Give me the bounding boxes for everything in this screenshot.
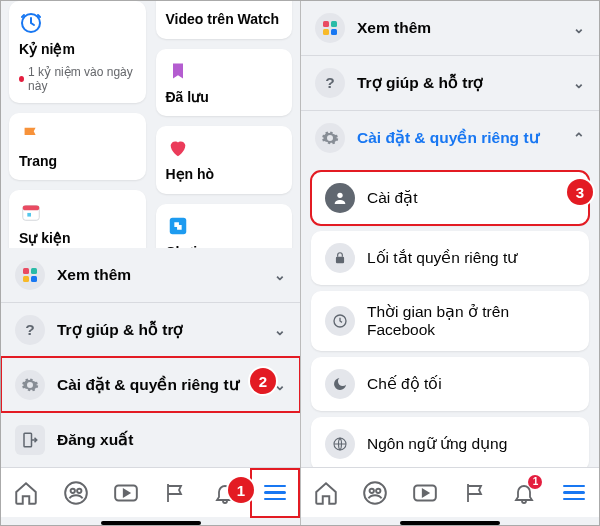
chevron-up-icon: ⌃	[573, 130, 585, 146]
row-label: Ngôn ngữ ứng dụng	[367, 435, 575, 453]
help-icon: ?	[15, 315, 45, 345]
hamburger-icon	[264, 485, 286, 501]
card-label: Video trên Watch	[166, 11, 283, 29]
notification-badge: 1	[528, 475, 542, 489]
svg-point-13	[65, 482, 87, 504]
gear-icon	[15, 370, 45, 400]
screen-left: Kỷ niệm 1 kỷ niệm vào ngày này Trang Sự …	[1, 1, 300, 526]
home-indicator	[400, 521, 500, 525]
help-icon: ?	[315, 68, 345, 98]
chevron-down-icon: ⌄	[573, 20, 585, 36]
help-row[interactable]: ? Trợ giúp & hỗ trợ ⌄	[301, 55, 599, 110]
card-label: Đã lưu	[166, 89, 283, 107]
nav-notifications[interactable]: 1	[502, 471, 546, 515]
grid4-icon	[15, 260, 45, 290]
row-label: Thời gian bạn ở trên Facebook	[367, 303, 575, 339]
clock-icon	[19, 11, 43, 35]
card-label: Hẹn hò	[166, 166, 283, 184]
svg-rect-18	[331, 21, 337, 27]
grid-col-left: Kỷ niệm 1 kỷ niệm vào ngày này Trang Sự …	[9, 5, 146, 248]
svg-point-27	[370, 488, 374, 492]
chevron-down-icon: ⌄	[274, 322, 286, 338]
dark-mode-item[interactable]: Chế độ tối	[311, 357, 589, 411]
card-label: Kỷ niệm	[19, 41, 136, 59]
svg-rect-2	[23, 206, 40, 211]
person-icon	[325, 183, 355, 213]
callout-1: 1	[228, 477, 254, 503]
card-events[interactable]: Sự kiện	[9, 190, 146, 248]
svg-rect-11	[31, 276, 37, 282]
grid4-icon	[315, 13, 345, 43]
flag-icon	[19, 123, 43, 147]
settings-privacy-row[interactable]: Cài đặt & quyền riêng tư ⌄ 2	[1, 357, 300, 412]
svg-point-21	[337, 193, 342, 198]
watch-icon	[166, 1, 190, 5]
nav-menu[interactable]	[552, 471, 596, 515]
svg-rect-22	[336, 257, 344, 263]
svg-point-14	[70, 488, 74, 492]
nav-groups[interactable]	[353, 471, 397, 515]
see-more-row[interactable]: Xem thêm ⌄	[1, 248, 300, 302]
settings-privacy-row[interactable]: Cài đặt & quyền riêng tư ⌃	[301, 110, 599, 165]
svg-point-26	[365, 482, 387, 504]
card-memories[interactable]: Kỷ niệm 1 kỷ niệm vào ngày này	[9, 1, 146, 103]
card-gaming[interactable]: Chơi game	[156, 204, 293, 249]
menu-list-right: Xem thêm ⌄ ? Trợ giúp & hỗ trợ ⌄ Cài đặt…	[301, 1, 599, 467]
row-label: Cài đặt & quyền riêng tư	[357, 129, 561, 147]
callout-3: 3	[567, 179, 593, 205]
card-label: Sự kiện	[19, 230, 136, 248]
dot-icon	[19, 76, 24, 82]
lock-icon	[325, 243, 355, 273]
language-item[interactable]: Ngôn ngữ ứng dụng	[311, 417, 589, 467]
svg-rect-8	[23, 268, 29, 274]
card-pages[interactable]: Trang	[9, 113, 146, 181]
home-indicator	[101, 521, 201, 525]
logout-row[interactable]: Đăng xuất	[1, 412, 300, 467]
heart-icon	[166, 136, 190, 160]
nav-watch[interactable]	[403, 471, 447, 515]
row-label: Xem thêm	[57, 266, 262, 284]
hamburger-icon	[563, 485, 585, 501]
row-label: Cài đặt & quyền riêng tư	[57, 376, 262, 394]
row-label: Trợ giúp & hỗ trợ	[357, 74, 561, 92]
svg-rect-17	[323, 21, 329, 27]
bookmark-icon	[166, 59, 190, 83]
nav-home[interactable]	[4, 471, 48, 515]
settings-item[interactable]: Cài đặt 3	[311, 171, 589, 225]
see-more-row[interactable]: Xem thêm ⌄	[301, 1, 599, 55]
nav-home[interactable]	[304, 471, 348, 515]
svg-point-28	[377, 488, 381, 492]
chevron-down-icon: ⌄	[274, 267, 286, 283]
card-saved[interactable]: Đã lưu	[156, 49, 293, 117]
row-label: Trợ giúp & hỗ trợ	[57, 321, 262, 339]
card-subtitle: 1 kỷ niệm vào ngày này	[19, 65, 136, 93]
card-watch[interactable]: Video trên Watch	[156, 1, 293, 39]
menu-list: Xem thêm ⌄ ? Trợ giúp & hỗ trợ ⌄ Cài đặt…	[1, 248, 300, 467]
svg-rect-3	[27, 213, 31, 217]
game-icon	[166, 214, 190, 238]
bottom-nav: 1	[301, 467, 599, 517]
nav-watch[interactable]	[104, 471, 148, 515]
card-dating[interactable]: Hẹn hò	[156, 126, 293, 194]
your-time-item[interactable]: Thời gian bạn ở trên Facebook	[311, 291, 589, 351]
svg-point-15	[77, 488, 81, 492]
svg-rect-12	[24, 433, 32, 447]
svg-rect-19	[323, 29, 329, 35]
nav-menu[interactable]	[253, 471, 297, 515]
nav-pages[interactable]	[453, 471, 497, 515]
nav-pages[interactable]	[153, 471, 197, 515]
moon-icon	[325, 369, 355, 399]
row-label: Đăng xuất	[57, 431, 286, 449]
privacy-shortcuts-item[interactable]: Lối tắt quyền riêng tư	[311, 231, 589, 285]
calendar-icon	[19, 200, 43, 224]
grid-col-right: Video trên Watch Đã lưu Hẹn hò Chơi game	[156, 5, 293, 248]
row-label: Lối tắt quyền riêng tư	[367, 249, 575, 267]
help-row[interactable]: ? Trợ giúp & hỗ trợ ⌄	[1, 302, 300, 357]
bottom-nav: 1	[1, 467, 300, 517]
gear-icon	[315, 123, 345, 153]
svg-rect-9	[31, 268, 37, 274]
globe-icon	[325, 429, 355, 459]
svg-rect-10	[23, 276, 29, 282]
nav-groups[interactable]	[54, 471, 98, 515]
row-label: Cài đặt	[367, 189, 575, 207]
